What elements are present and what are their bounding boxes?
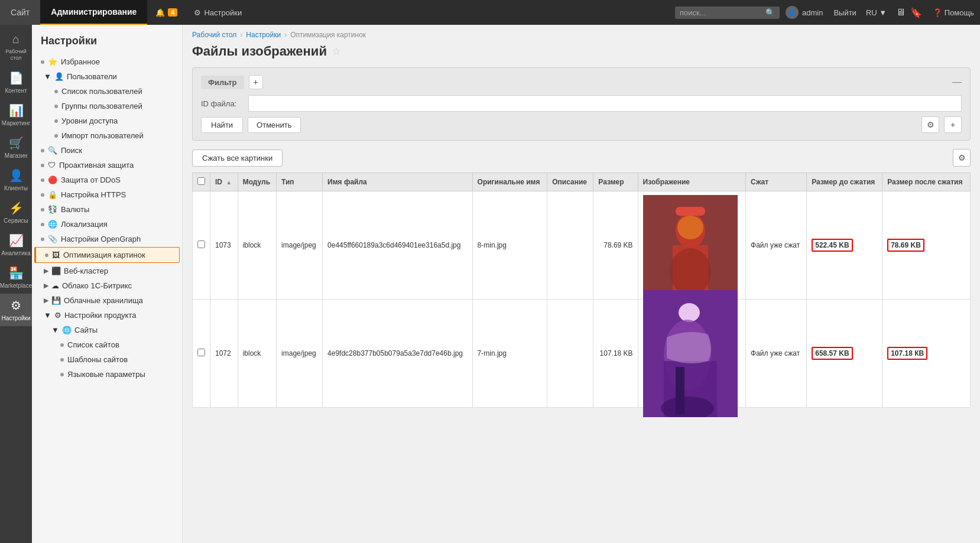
sidebar-item-user-groups[interactable]: Группы пользователей [37, 99, 182, 113]
nav-clients[interactable]: 👤 Клиенты [0, 164, 32, 196]
nav-settings[interactable]: ⚙ Настройки [0, 294, 32, 326]
triangle-down-icon3: ▼ [51, 326, 59, 334]
col-size[interactable]: Размер [593, 173, 638, 191]
col-description[interactable]: Описание [547, 173, 593, 191]
cell-size: 107.18 KB [593, 300, 638, 408]
sidebar-item-image-optimize[interactable]: 🖼 Оптимизация картинок [34, 247, 180, 263]
logout-button[interactable]: Выйти [829, 8, 861, 17]
sidebar-item-search[interactable]: 🔍 Поиск [32, 143, 182, 158]
col-size-before[interactable]: Размер до сжатия [807, 173, 882, 191]
row-checkbox[interactable] [197, 349, 205, 356]
search-box: 🔍 [675, 6, 780, 19]
help-icon: ❓ [933, 8, 942, 17]
nav-analytics[interactable]: 📈 Аналитика [0, 229, 32, 261]
breadcrumb-current: Оптимизация картинок [290, 31, 366, 39]
sidebar-item-webcluster[interactable]: ▶ ⬛ Веб-кластер [32, 264, 182, 278]
select-all-checkbox[interactable] [197, 177, 205, 185]
col-module[interactable]: Модуль [238, 173, 276, 191]
sidebar-item-bitrix-cloud[interactable]: ▶ ☁ Облако 1С-Битрикс [32, 278, 182, 293]
nav-desktop[interactable]: ⌂ Рабочийстол [0, 28, 32, 66]
settings-button[interactable]: ⚙ Настройки [186, 8, 250, 17]
filter-close-button[interactable]: — [952, 77, 962, 87]
sidebar-item-ddos[interactable]: 🔴 Защита от DDoS [32, 173, 182, 187]
help-label: Помощь [945, 8, 974, 17]
bullet-icon [60, 343, 64, 347]
filter-add-button[interactable]: + [249, 75, 263, 89]
filter-id-input[interactable] [248, 95, 962, 112]
svg-point-9 [679, 303, 700, 322]
bullet-icon [41, 238, 44, 241]
user-list-label: Список пользователей [61, 87, 142, 96]
table-settings-button[interactable]: ⚙ [953, 149, 971, 167]
size-before-highlight: 522.45 KB [812, 239, 852, 252]
nav-services[interactable]: ⚡ Сервисы [0, 196, 32, 229]
sidebar-item-site-list[interactable]: Список сайтов [37, 337, 182, 352]
breadcrumb-desktop[interactable]: Рабочий стол [192, 31, 236, 39]
col-type[interactable]: Тип [277, 173, 323, 191]
size-after-highlight: 78.69 KB [887, 239, 924, 252]
nav-content-label: Контент [5, 87, 27, 94]
col-size-after[interactable]: Размер после сжатия [882, 173, 971, 191]
svg-point-4 [670, 248, 711, 295]
filter-id-label: ID файла: [201, 99, 242, 108]
nav-marketing[interactable]: 📊 Маркетинг [0, 99, 32, 131]
triangle-down-icon: ▼ [44, 72, 51, 81]
filter-plus-button[interactable]: + [944, 116, 962, 133]
find-button[interactable]: Найти [201, 117, 243, 133]
row-checkbox[interactable] [197, 240, 205, 248]
admin-tab[interactable]: Администрирование [40, 0, 147, 25]
sidebar-item-sites[interactable]: ▼ 🌐 Сайты [37, 323, 182, 337]
body-wrap: ⌂ Рабочийстол 📄 Контент 📊 Маркетинг 🛒 Ма… [0, 25, 980, 543]
bookmark-icon[interactable]: 🔖 [910, 7, 922, 18]
compress-all-button[interactable]: Сжать все картинки [192, 149, 283, 167]
https-label: Настройка HTTPS [61, 190, 126, 199]
chevron-down-icon: ▼ [879, 8, 887, 17]
nav-content[interactable]: 📄 Контент [0, 66, 32, 99]
content-icon: 📄 [9, 71, 24, 85]
language-selector[interactable]: RU ▼ [861, 8, 891, 17]
user-menu[interactable]: 👤 admin [780, 6, 829, 19]
sidebar-item-users[interactable]: ▼ 👤 Пользователи [32, 69, 182, 84]
col-filename[interactable]: Имя файла [323, 173, 472, 191]
search-input[interactable] [680, 8, 762, 17]
sidebar-item-product-settings[interactable]: ▼ ⚙ Настройки продукта [32, 308, 182, 323]
monitor-icon[interactable]: 🖥 [896, 7, 906, 18]
sidebar-item-currencies[interactable]: 💱 Валюты [32, 202, 182, 217]
favorite-star-icon[interactable]: ☆ [332, 45, 341, 58]
col-id[interactable]: ID ▲ [210, 173, 238, 191]
sidebar-item-favorites[interactable]: ⭐ Избранное [32, 54, 182, 69]
col-compressed[interactable]: Сжат [746, 173, 807, 191]
col-image[interactable]: Изображение [638, 173, 745, 191]
sidebar-item-https[interactable]: 🔒 Настройка HTTPS [32, 187, 182, 202]
breadcrumb-sep2: › [284, 31, 287, 39]
sidebar-item-proactive[interactable]: 🛡 Проактивная защита [32, 158, 182, 173]
breadcrumb-settings[interactable]: Настройки [246, 31, 281, 39]
breadcrumb: Рабочий стол › Настройки › Оптимизация к… [192, 31, 971, 39]
sort-icon: ▲ [226, 179, 232, 186]
bullet-icon [41, 193, 44, 197]
sidebar-item-lang-params[interactable]: Языковые параметры [37, 367, 182, 382]
cloud-storage-label: Облачные хранилища [64, 296, 143, 305]
site-tab[interactable]: Сайт [0, 0, 40, 25]
nav-shop[interactable]: 🛒 Магазин [0, 131, 32, 164]
notifications-button[interactable]: 🔔 4 [147, 8, 186, 17]
sidebar-item-localization[interactable]: 🌐 Локализация [32, 217, 182, 232]
cancel-button[interactable]: Отменить [248, 117, 300, 133]
cell-size-after: 107.18 КВ [882, 300, 971, 408]
cell-size: 78.69 KB [593, 191, 638, 300]
sites-label: Сайты [74, 326, 98, 334]
triangle-right-icon3: ▶ [44, 297, 48, 304]
sidebar-item-access-levels[interactable]: Уровни доступа [37, 113, 182, 128]
sidebar-item-site-templates[interactable]: Шаблоны сайтов [37, 352, 182, 367]
sidebar-item-cloud-storage[interactable]: ▶ 💾 Облачные хранилища [32, 293, 182, 308]
sidebar-item-user-list[interactable]: Список пользователей [37, 84, 182, 99]
table-row: 1072 iblock image/jpeg 4e9fdc28b377b05b0… [193, 300, 971, 408]
nav-marketplace[interactable]: 🏪 Marketplace [0, 261, 32, 294]
help-button[interactable]: ❓ Помощь [927, 8, 980, 17]
bullet-icon [41, 178, 44, 182]
nav-clients-label: Клиенты [4, 185, 28, 191]
filter-gear-button[interactable]: ⚙ [921, 116, 939, 133]
col-original-name[interactable]: Оригинальне имя [472, 173, 547, 191]
sidebar-item-opengraph[interactable]: 📎 Настройки OpenGraph [32, 232, 182, 246]
sidebar-item-import-users[interactable]: Импорт пользователей [37, 128, 182, 143]
